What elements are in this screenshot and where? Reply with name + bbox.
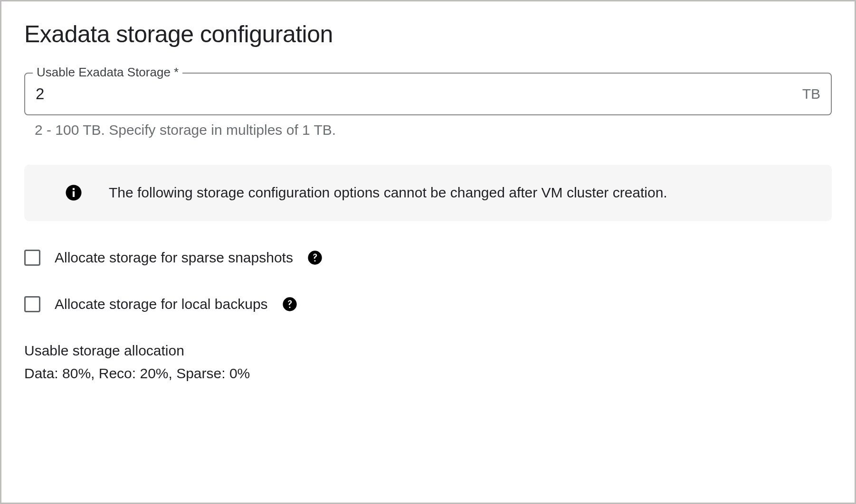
svg-rect-6 (289, 307, 290, 308)
option-sparse-row: Allocate storage for sparse snapshots (24, 250, 832, 266)
usable-storage-field: Usable Exadata Storage * TB (24, 73, 832, 115)
sparse-label: Allocate storage for sparse snapshots (55, 250, 293, 266)
allocation-values: Data: 80%, Reco: 20%, Sparse: 0% (24, 365, 832, 382)
info-banner-text: The following storage configuration opti… (109, 182, 667, 204)
info-icon (65, 184, 82, 201)
storage-config-panel: Exadata storage configuration Usable Exa… (1, 1, 855, 503)
usable-storage-label: Usable Exadata Storage * (33, 65, 182, 80)
help-icon[interactable] (307, 250, 323, 265)
backups-label: Allocate storage for local backups (55, 296, 268, 312)
usable-storage-helper: 2 - 100 TB. Specify storage in multiples… (35, 122, 832, 138)
info-banner: The following storage configuration opti… (24, 165, 832, 221)
usable-storage-unit: TB (802, 86, 820, 102)
svg-rect-2 (73, 188, 75, 190)
allocation-title: Usable storage allocation (24, 343, 832, 359)
sparse-checkbox[interactable] (24, 250, 40, 266)
backups-checkbox[interactable] (24, 296, 40, 312)
section-title: Exadata storage configuration (24, 20, 832, 48)
option-backups-row: Allocate storage for local backups (24, 296, 832, 312)
svg-rect-4 (314, 260, 316, 261)
help-icon[interactable] (282, 297, 297, 312)
svg-rect-1 (73, 191, 75, 197)
